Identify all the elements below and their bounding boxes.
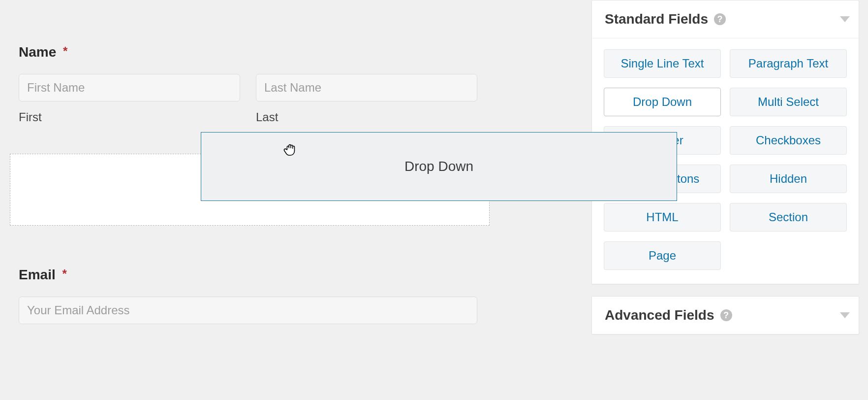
field-hidden[interactable]: Hidden — [730, 165, 847, 193]
first-name-input[interactable] — [19, 74, 240, 101]
chevron-down-icon — [840, 16, 850, 22]
field-multi-select[interactable]: Multi Select — [730, 88, 847, 116]
help-icon[interactable]: ? — [720, 309, 732, 321]
help-icon[interactable]: ? — [714, 13, 726, 25]
required-asterisk: * — [62, 267, 66, 280]
chevron-down-icon — [840, 312, 850, 318]
email-label-text: Email — [19, 267, 56, 282]
name-label: Name * — [19, 44, 477, 60]
required-asterisk: * — [63, 44, 67, 58]
email-label: Email * — [19, 267, 477, 283]
advanced-fields-header[interactable]: Advanced Fields ? — [592, 297, 859, 334]
advanced-fields-panel: Advanced Fields ? — [591, 296, 859, 334]
drag-ghost-label: Drop Down — [404, 159, 473, 174]
field-html[interactable]: HTML — [604, 203, 721, 232]
name-inputs-row: First Last — [19, 74, 477, 124]
last-name-col: Last — [256, 74, 477, 124]
email-input[interactable] — [19, 297, 477, 324]
drag-ghost-dropdown[interactable]: Drop Down — [201, 132, 677, 201]
field-section[interactable]: Section — [730, 203, 847, 232]
field-checkboxes[interactable]: Checkboxes — [730, 126, 847, 155]
advanced-fields-title: Advanced Fields — [605, 307, 714, 323]
field-single-line-text[interactable]: Single Line Text — [604, 49, 721, 78]
name-label-text: Name — [19, 44, 56, 60]
first-name-sublabel: First — [19, 110, 240, 124]
first-name-col: First — [19, 74, 240, 124]
last-name-input[interactable] — [256, 74, 477, 101]
field-page[interactable]: Page — [604, 241, 721, 270]
name-field-block: Name * First Last — [19, 44, 477, 124]
last-name-sublabel: Last — [256, 110, 477, 124]
field-paragraph-text[interactable]: Paragraph Text — [730, 49, 847, 78]
standard-fields-title: Standard Fields — [605, 11, 708, 27]
field-drop-down[interactable]: Drop Down — [604, 88, 721, 116]
email-field-block: Email * — [19, 267, 477, 324]
standard-fields-header[interactable]: Standard Fields ? — [592, 0, 859, 38]
